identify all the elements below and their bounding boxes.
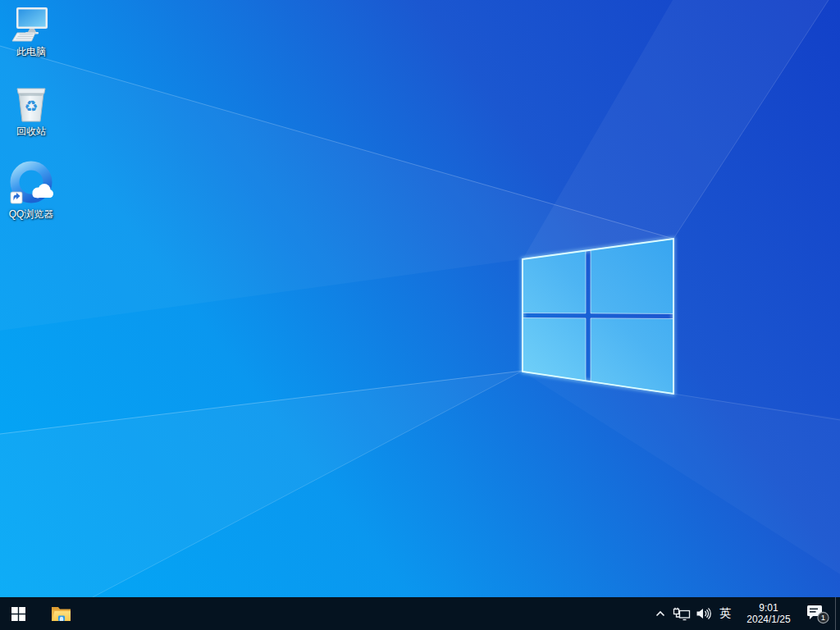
qq-browser-icon: [8, 161, 54, 207]
taskbar-clock[interactable]: 9:01 2024/1/25: [737, 597, 801, 630]
notification-count-badge: 1: [821, 613, 825, 622]
file-explorer-button[interactable]: [43, 597, 79, 630]
taskbar-empty-space[interactable]: [79, 597, 650, 630]
ime-label: 英: [719, 606, 731, 621]
start-button[interactable]: [0, 597, 36, 630]
desktop-icon-label: QQ浏览器: [9, 209, 54, 220]
volume-button[interactable]: [692, 597, 714, 630]
desktop-icon-label: 回收站: [16, 126, 46, 137]
show-desktop-button[interactable]: [835, 597, 840, 630]
this-pc-icon: [10, 7, 52, 44]
desktop-icon-this-pc[interactable]: 此电脑: [0, 7, 62, 57]
speaker-icon: [696, 607, 711, 620]
desktop-area[interactable]: 此电脑 ♻ 回收站: [0, 0, 840, 597]
desktop-icon-qq-browser[interactable]: QQ浏览器: [0, 161, 62, 220]
network-button[interactable]: [671, 597, 692, 630]
taskbar: 英 9:01 2024/1/25 1: [0, 597, 840, 630]
action-center-button[interactable]: 1: [801, 597, 835, 630]
file-explorer-icon: [51, 605, 71, 623]
desktop-icon-label: 此电脑: [16, 47, 46, 57]
windows-desktop: 此电脑 ♻ 回收站: [0, 0, 840, 630]
hidden-icons-button[interactable]: [650, 597, 671, 630]
network-ethernet-icon: [673, 607, 691, 621]
clock-time: 9:01: [759, 602, 778, 614]
clock-date: 2024/1/25: [746, 614, 790, 625]
action-center-icon: 1: [806, 603, 830, 624]
chevron-up-icon: [655, 609, 666, 619]
ime-language-indicator[interactable]: 英: [714, 597, 737, 630]
windows-logo-icon: [11, 607, 25, 621]
shortcut-arrow-badge: [11, 192, 22, 203]
desktop-icon-recycle-bin[interactable]: ♻ 回收站: [0, 84, 62, 137]
recycle-bin-icon: ♻: [13, 84, 49, 124]
wallpaper: [0, 0, 840, 597]
svg-text:♻: ♻: [24, 97, 38, 115]
system-tray: 英 9:01 2024/1/25 1: [650, 597, 840, 630]
